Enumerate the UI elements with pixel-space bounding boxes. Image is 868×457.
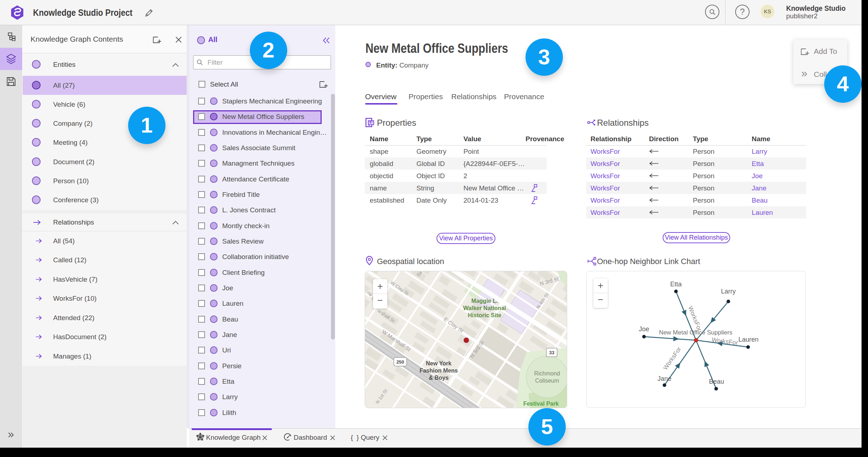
svg-text:250: 250 (396, 359, 404, 365)
svg-text:Larry: Larry (721, 288, 736, 295)
svg-text:Joe: Joe (639, 326, 649, 333)
svg-text:& Boys: & Boys (429, 375, 448, 381)
svg-text:Fashion Mens: Fashion Mens (420, 368, 458, 374)
svg-text:WorksFor: WorksFor (711, 336, 738, 346)
svg-text:33: 33 (549, 350, 554, 355)
svg-text:WorksFor: WorksFor (662, 346, 683, 371)
svg-text:New York: New York (426, 360, 452, 366)
svg-text:New Metal Office Suppliers: New Metal Office Suppliers (659, 329, 733, 336)
svg-text:Maggie L.: Maggie L. (471, 298, 498, 304)
svg-text:Beau: Beau (709, 378, 724, 385)
svg-text:Etta: Etta (670, 281, 682, 288)
svg-text:Walker National: Walker National (463, 305, 506, 311)
svg-text:Richmond: Richmond (534, 370, 560, 377)
svg-text:Jane: Jane (657, 375, 671, 382)
svg-text:WorksFor: WorksFor (687, 305, 703, 332)
svg-text:Lauren: Lauren (738, 336, 759, 343)
svg-text:Coliseum: Coliseum (535, 378, 559, 384)
svg-text:Historic Site: Historic Site (468, 312, 501, 318)
svg-text:Festival Park: Festival Park (523, 401, 559, 407)
